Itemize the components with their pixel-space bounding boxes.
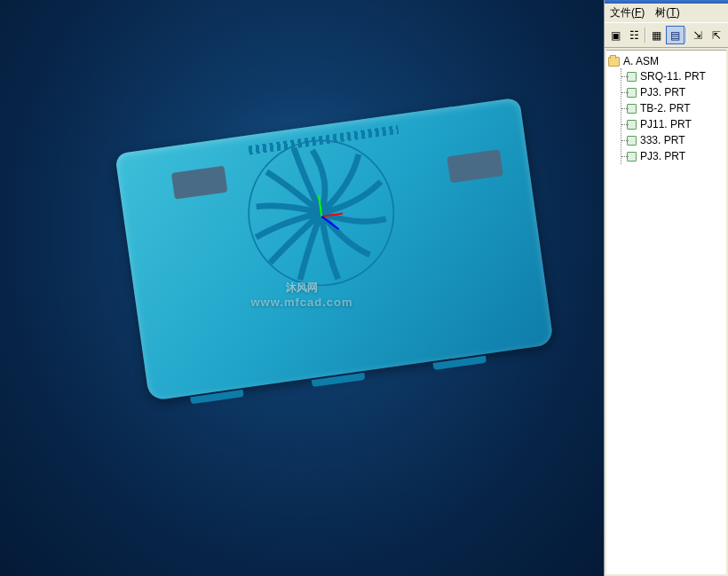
menu-file[interactable]: 文件(F) (610, 5, 645, 20)
layers-icon: ☷ (629, 29, 639, 42)
part-icon (627, 88, 637, 98)
tree-item[interactable]: SRQ-11. PRT (621, 68, 724, 84)
hinge (312, 372, 366, 386)
expand-icon: ⇲ (693, 29, 702, 42)
save-icon: ▣ (611, 29, 621, 42)
tree-item[interactable]: 333. PRT (621, 132, 724, 148)
toolbar-save-button[interactable]: ▣ (606, 26, 625, 44)
tree-root-label: A. ASM (623, 55, 659, 67)
menu-tree[interactable]: 树(T) (655, 5, 679, 20)
grid-icon: ▦ (652, 29, 661, 42)
part-icon (627, 104, 637, 114)
toolbar-layers-button[interactable]: ☷ (625, 26, 644, 44)
toolbar-select-button[interactable]: ▤ (666, 26, 684, 44)
tree-item-label: TB-2. PRT (640, 102, 690, 114)
tree-item-label: SRQ-11. PRT (640, 70, 706, 83)
tree-item-label: PJ3. PRT (640, 150, 685, 162)
menu-file-label: 文件 (610, 6, 631, 19)
part-icon (627, 152, 637, 162)
tree-item-label: PJ11. PRT (640, 118, 692, 130)
hinge (432, 355, 487, 369)
part-icon (627, 120, 637, 130)
model-tree-panel: 文件(F) 树(T) ▣ ☷ ▦ ▤ ⇲ ⇱ A. ASM SRQ-11. PR… (604, 0, 728, 576)
menu-tree-accel: T (669, 6, 676, 19)
model (115, 98, 559, 445)
assembly-icon (608, 57, 620, 67)
tree-root[interactable]: A. ASM (608, 54, 724, 68)
toolbar-separator (645, 28, 646, 43)
menu-file-accel: F (635, 6, 641, 19)
collapse-icon: ⇱ (712, 29, 721, 42)
tree-item-label: 333. PRT (640, 134, 684, 146)
menu-tree-label: 树 (655, 6, 666, 19)
3d-viewport[interactable]: 沐风网 www.mfcad.com (0, 0, 604, 576)
hinge (190, 390, 244, 404)
part-icon (627, 136, 637, 146)
menu-bar: 文件(F) 树(T) (605, 4, 728, 22)
toolbar-separator (685, 28, 687, 43)
right-tab (447, 149, 503, 183)
model-tree[interactable]: A. ASM SRQ-11. PRT PJ3. PRT TB-2. PRT PJ… (606, 50, 726, 574)
toolbar: ▣ ☷ ▦ ▤ ⇲ ⇱ (605, 22, 728, 48)
toolbar-grid-button[interactable]: ▦ (647, 26, 666, 44)
left-tab (171, 166, 228, 200)
tree-item[interactable]: TB-2. PRT (621, 100, 724, 116)
toolbar-collapse-button[interactable]: ⇱ (707, 26, 725, 44)
select-icon: ▤ (670, 29, 680, 42)
tree-item[interactable]: PJ3. PRT (621, 148, 724, 164)
tree-item[interactable]: PJ11. PRT (621, 116, 724, 132)
tree-children: SRQ-11. PRT PJ3. PRT TB-2. PRT PJ11. PRT… (621, 68, 724, 164)
tree-item[interactable]: PJ3. PRT (621, 84, 724, 100)
toolbar-expand-button[interactable]: ⇲ (688, 26, 707, 44)
tree-item-label: PJ3. PRT (640, 86, 685, 99)
part-icon (627, 72, 637, 82)
cooling-pad-model (115, 98, 554, 401)
